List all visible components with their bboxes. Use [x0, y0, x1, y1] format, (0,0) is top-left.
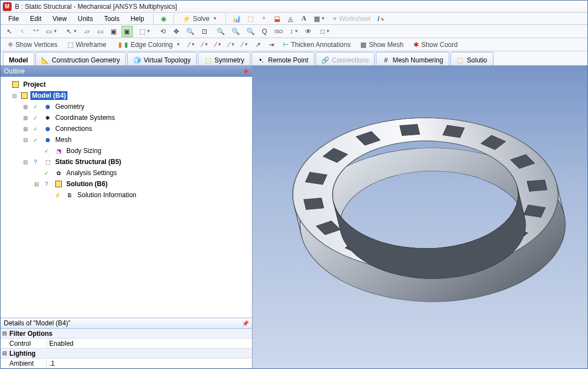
edge-style-icon[interactable]: ∕▼ [200, 39, 211, 50]
tab-symmetry[interactable]: ⬚Symmetry [198, 52, 250, 65]
look-at-icon[interactable]: 👁 [303, 26, 314, 37]
tab-remote-point[interactable]: •.Remote Point [251, 52, 314, 65]
pan-icon[interactable]: ✥ [171, 26, 182, 37]
show-vertices-button[interactable]: ⁜ Show Vertices [4, 39, 61, 50]
main-split: Outline 📌 Project ⊟Model (B4) ⊞✓⬢Geometr… [1, 66, 587, 368]
solve-button[interactable]: ⚡ Solve ▼ [179, 13, 221, 24]
pick-face-icon[interactable]: ▭ [95, 26, 106, 37]
tool-font-icon[interactable]: A [298, 13, 309, 24]
tab-solution[interactable]: ⬚Solutio [450, 52, 494, 65]
edge-style-icon[interactable]: ↗ [253, 39, 264, 50]
tree-solution-information[interactable]: ⚡🗎Solution Information [2, 189, 251, 201]
tree-model[interactable]: ⊟Model (B4) [2, 90, 251, 101]
pick-body-icon[interactable]: ▣ [108, 26, 119, 37]
prop-ambient[interactable]: Ambient.1 [1, 359, 252, 368]
menu-edit[interactable]: Edit [25, 14, 46, 24]
edge-style-icon[interactable]: ∕▼ [226, 39, 237, 50]
pick-body-icon[interactable]: ▣ [122, 26, 133, 37]
tree-coordinate-systems[interactable]: ⊞✓✱Coordinate Systems [2, 112, 251, 123]
zoom-out-icon[interactable]: 🔍 [229, 26, 242, 37]
tab-mesh-numbering[interactable]: #Mesh Numbering [376, 52, 449, 65]
tree-mesh[interactable]: ⊟✓⬣Mesh [2, 134, 251, 145]
details-grid[interactable]: ⊟Filter Options ControlEnabled ⊟Lighting… [1, 329, 252, 368]
tab-construction-geometry[interactable]: 📐Construction Geometry [35, 52, 126, 65]
tool-icon[interactable]: 📊 [230, 13, 243, 24]
box-select-icon[interactable]: ⬚▼ [137, 26, 153, 37]
edge-style-icon[interactable]: ∕▼ [239, 39, 250, 50]
details-title: Details of "Model (B4)" [4, 319, 71, 327]
prop-control[interactable]: ControlEnabled [1, 339, 252, 349]
context-tabs: Model 📐Construction Geometry 🧊Virtual To… [1, 51, 587, 66]
info-button[interactable]: i↘ [375, 13, 386, 24]
pin-icon[interactable]: 📌 [242, 68, 249, 75]
pin-icon[interactable]: 📌 [242, 320, 249, 326]
thicken-annotations-button[interactable]: ⊢ Thicken Annotations [279, 39, 354, 50]
show-coord-button[interactable]: ✱ Show Coord [410, 39, 461, 50]
pick-vertex-icon[interactable]: ↖▼ [64, 26, 80, 37]
svg-rect-12 [304, 198, 324, 209]
separator [225, 14, 226, 24]
tree-body-sizing[interactable]: ✓⬔Body Sizing [2, 145, 251, 156]
prop-category-filter[interactable]: ⊟Filter Options [1, 329, 252, 339]
select-icon[interactable]: ▭▼ [44, 26, 60, 37]
iso-view-icon[interactable]: ISO [272, 26, 286, 37]
tab-virtual-topology[interactable]: 🧊Virtual Topology [127, 52, 197, 65]
menu-tools[interactable]: Tools [99, 14, 124, 24]
tree-solution[interactable]: ⊟?Solution (B6) [2, 178, 251, 189]
lightning-icon: ⚡ [182, 15, 191, 23]
menu-help[interactable]: Help [126, 14, 149, 24]
app-icon: M [3, 2, 12, 11]
wireframe-button[interactable]: ⬚ Wireframe [64, 39, 110, 50]
tab-model[interactable]: Model [3, 52, 34, 65]
tool-icon[interactable]: ᵃ [259, 13, 270, 24]
separator [153, 14, 154, 24]
zoom-box-icon[interactable]: ⊡ [199, 26, 210, 37]
tool-icon[interactable]: ◬ [285, 13, 296, 24]
svg-rect-4 [527, 180, 547, 191]
tree-project[interactable]: Project [2, 79, 251, 90]
outline-title: Outline [4, 67, 25, 75]
left-pane: Outline 📌 Project ⊟Model (B4) ⊞✓⬢Geometr… [1, 66, 253, 368]
tool-icon[interactable]: ⬓ [272, 13, 283, 24]
pick-edge-icon[interactable]: ▱ [82, 26, 93, 37]
toolbar-display: ⁜ Show Vertices ⬚ Wireframe ▮▮ Edge Colo… [1, 38, 587, 51]
outline-tree[interactable]: Project ⊟Model (B4) ⊞✓⬢Geometry ⊞✓✱Coord… [1, 77, 252, 318]
menu-file[interactable]: File [4, 14, 23, 24]
separator [174, 14, 174, 24]
go-button[interactable]: ◉ [158, 13, 169, 24]
zoom-icon[interactable]: 🔍 [184, 26, 197, 37]
rotate-icon[interactable]: ⟲ [158, 26, 169, 37]
select-icon[interactable]: ↖ [17, 26, 28, 37]
show-mesh-button[interactable]: ▦ Show Mesh [356, 39, 407, 50]
toolbar-selection: ↖ ↖ ⁺⁺ ▭▼ ↖▼ ▱ ▭ ▣ ▣ ⬚▼ ⟲ ✥ 🔍 ⊡ 🔍 🔍 🔍 Q … [1, 25, 587, 38]
view-icon[interactable]: ↕▼ [287, 26, 301, 37]
menu-units[interactable]: Units [74, 14, 97, 24]
worksheet-button[interactable]: ✦Worksheet [330, 13, 373, 24]
title-bar: M B : Static Structural - Mechanical [AN… [1, 1, 587, 13]
menu-bar: File Edit View Units Tools Help ◉ ⚡ Solv… [1, 13, 587, 25]
edge-style-icon[interactable]: ∕▼ [213, 39, 224, 50]
tree-static-structural[interactable]: ⊟?⬚Static Structural (B5) [2, 156, 251, 167]
edge-coloring-button[interactable]: ▮▮ Edge Coloring▼ [114, 39, 184, 50]
prop-category-lighting[interactable]: ⊟Lighting [1, 349, 252, 359]
svg-rect-0 [400, 124, 419, 136]
zoom-in-icon[interactable]: 🔍 [214, 26, 227, 37]
coord-icon[interactable]: ⁺⁺ [30, 26, 41, 37]
annotation-icon[interactable]: ⇥ [266, 39, 277, 50]
details-header: Details of "Model (B4)" 📌 [1, 318, 252, 329]
select-icon[interactable]: ↖ [4, 26, 15, 37]
menu-view[interactable]: View [48, 14, 71, 24]
zoom-selection-icon[interactable]: Q [259, 26, 270, 37]
tree-geometry[interactable]: ⊞✓⬢Geometry [2, 101, 251, 112]
window-title: B : Static Structural - Mechanical [ANSY… [15, 3, 177, 10]
graphics-viewport[interactable] [253, 66, 587, 368]
tree-analysis-settings[interactable]: ✓✿Analysis Settings [2, 167, 251, 178]
tool-icon[interactable]: ▦▼ [312, 13, 328, 24]
edge-style-icon[interactable]: ∕▼ [186, 39, 197, 50]
display-icon[interactable]: □▼ [318, 26, 332, 37]
tree-connections[interactable]: ⊞✓⬢Connections [2, 123, 251, 134]
model-ring [278, 81, 587, 368]
tab-connections: 🔗Connections [316, 52, 375, 65]
tool-icon[interactable]: ⬚ [245, 13, 256, 24]
zoom-fit-icon[interactable]: 🔍 [244, 26, 257, 37]
